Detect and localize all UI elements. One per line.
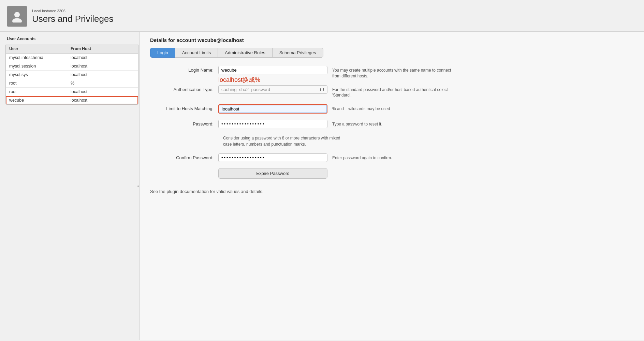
user-accounts-table: User From Host mysql.infoschemalocalhost… [5, 44, 138, 105]
table-header: User From Host [6, 44, 138, 54]
password-hint-block: Consider using a password with 8 or more… [223, 134, 346, 147]
hosts-row: Limit to Hosts Matching: % and _ wildcar… [150, 104, 457, 114]
auth-type-select[interactable]: caching_sha2_password [218, 85, 327, 94]
table-cell-user: root [6, 88, 67, 96]
table-cell-host: localhost [67, 62, 138, 70]
header-subtitle: Local instance 3306 [32, 9, 113, 13]
confirm-hint: Enter password again to confirm. [332, 153, 392, 161]
footer-note: See the plugin documentation for valid v… [150, 189, 634, 194]
header: Local instance 3306 Users and Privileges [0, 0, 644, 32]
password-hint-spacer [150, 134, 218, 136]
table-cell-user: mysql.sys [6, 71, 67, 79]
confirm-password-row: Confirm Password: Enter password again t… [150, 153, 457, 162]
table-row[interactable]: root% [6, 79, 138, 88]
content-heading: Details for account wecube@localhost [150, 37, 634, 43]
confirm-label: Confirm Password: [150, 153, 218, 160]
table-row[interactable]: mysql.infoschemalocalhost [6, 54, 138, 62]
table-row[interactable]: wecubelocalhost [6, 96, 138, 104]
tab-account-limits[interactable]: Account Limits [175, 48, 218, 58]
avatar [7, 6, 27, 27]
svg-point-0 [14, 12, 20, 17]
table-cell-user: wecube [6, 96, 67, 104]
content-area: Details for account wecube@localhost Log… [140, 32, 644, 340]
table-cell-host: localhost [67, 88, 138, 96]
login-name-row: Login Name: You may create multiple acco… [150, 66, 457, 79]
login-form: Login Name: You may create multiple acco… [150, 66, 457, 179]
password-hint: Type a password to reset it. [332, 120, 382, 127]
login-name-control [218, 66, 327, 74]
password-input[interactable] [218, 120, 327, 128]
handle-dot [137, 186, 139, 187]
sidebar-section-title: User Accounts [5, 36, 140, 41]
col-header-user: User [6, 44, 67, 53]
table-row[interactable]: rootlocalhost [6, 88, 138, 96]
user-icon [11, 10, 23, 23]
confirm-control [218, 153, 327, 162]
table-cell-user: mysql.session [6, 62, 67, 70]
table-cell-user: mysql.infoschema [6, 54, 67, 62]
col-header-host: From Host [67, 44, 138, 53]
table-cell-host: localhost [67, 71, 138, 79]
auth-type-hint: For the standard password and/or host ba… [332, 85, 455, 99]
expire-password-row: Expire Password [150, 168, 457, 179]
sidebar-resize-handle[interactable] [137, 181, 140, 191]
table-row[interactable]: mysql.sessionlocalhost [6, 62, 138, 71]
table-cell-host: % [67, 79, 138, 87]
login-name-input[interactable] [218, 66, 327, 74]
table-row[interactable]: mysql.syslocalhost [6, 71, 138, 79]
tab-admin-roles[interactable]: Administrative Roles [218, 48, 273, 58]
table-cell-host: localhost [67, 96, 138, 104]
password-hint-row: Consider using a password with 8 or more… [150, 134, 457, 147]
password-row: Password: Type a password to reset it. [150, 120, 457, 128]
hosts-input[interactable] [218, 104, 327, 114]
hosts-label: Limit to Hosts Matching: [150, 104, 218, 111]
user-rows-container: mysql.infoschemalocalhostmysql.sessionlo… [6, 54, 138, 104]
confirm-password-input[interactable] [218, 153, 327, 162]
main-layout: User Accounts User From Host mysql.infos… [0, 32, 644, 340]
password-label: Password: [150, 120, 218, 127]
auth-type-row: localhost换成% Authentication Type: cachin… [150, 85, 457, 99]
auth-type-select-wrapper: caching_sha2_password ⬆⬇ [218, 85, 327, 94]
table-cell-user: root [6, 79, 67, 87]
login-name-label: Login Name: [150, 66, 218, 73]
header-title: Users and Privileges [32, 14, 113, 24]
tab-schema-privileges[interactable]: Schema Privileges [273, 48, 323, 58]
expire-label-spacer [150, 168, 218, 170]
svg-point-1 [12, 18, 22, 23]
sidebar: User Accounts User From Host mysql.infos… [0, 32, 140, 340]
hosts-input-wrapper [218, 104, 327, 114]
header-title-group: Local instance 3306 Users and Privileges [32, 9, 113, 24]
hosts-hint: % and _ wildcards may be used [332, 104, 390, 112]
login-name-hint: You may create multiple accounts with th… [332, 66, 455, 79]
table-cell-host: localhost [67, 54, 138, 62]
tab-login[interactable]: Login [150, 48, 175, 58]
expire-password-button[interactable]: Expire Password [218, 168, 327, 179]
tab-bar: Login Account Limits Administrative Role… [150, 48, 634, 58]
auth-type-label: Authentication Type: [150, 85, 218, 92]
password-control-group [218, 120, 327, 128]
